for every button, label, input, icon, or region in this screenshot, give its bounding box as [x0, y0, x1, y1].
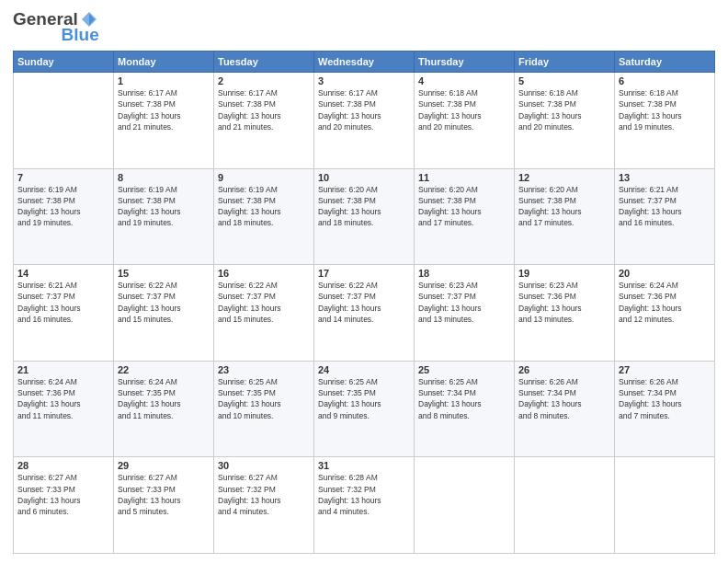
- day-info: Sunrise: 6:23 AMSunset: 7:37 PMDaylight:…: [418, 280, 510, 325]
- calendar-cell: 17Sunrise: 6:22 AMSunset: 7:37 PMDayligh…: [314, 265, 415, 362]
- day-info: Sunrise: 6:23 AMSunset: 7:36 PMDaylight:…: [518, 280, 610, 325]
- day-number: 25: [418, 364, 510, 375]
- day-number: 17: [318, 268, 410, 279]
- calendar-cell: 13Sunrise: 6:21 AMSunset: 7:37 PMDayligh…: [615, 168, 715, 265]
- day-info: Sunrise: 6:17 AMSunset: 7:38 PMDaylight:…: [318, 87, 410, 132]
- day-number: 28: [17, 460, 109, 471]
- day-number: 18: [418, 268, 510, 279]
- day-info: Sunrise: 6:21 AMSunset: 7:37 PMDaylight:…: [619, 184, 711, 229]
- day-number: 11: [418, 172, 510, 183]
- day-info: Sunrise: 6:18 AMSunset: 7:38 PMDaylight:…: [619, 87, 711, 132]
- day-number: 27: [619, 364, 711, 375]
- page: General Blue SundayMondayTuesdayWednesda…: [0, 0, 728, 563]
- day-info: Sunrise: 6:25 AMSunset: 7:34 PMDaylight:…: [418, 376, 510, 421]
- calendar-cell: 10Sunrise: 6:20 AMSunset: 7:38 PMDayligh…: [314, 168, 415, 265]
- day-info: Sunrise: 6:18 AMSunset: 7:38 PMDaylight:…: [418, 87, 510, 132]
- day-number: 31: [318, 460, 410, 471]
- day-number: 6: [619, 75, 711, 86]
- day-info: Sunrise: 6:28 AMSunset: 7:32 PMDaylight:…: [318, 472, 410, 517]
- calendar-cell: 22Sunrise: 6:24 AMSunset: 7:35 PMDayligh…: [114, 361, 214, 457]
- calendar-cell: [515, 457, 615, 554]
- calendar-cell: 19Sunrise: 6:23 AMSunset: 7:36 PMDayligh…: [515, 265, 615, 362]
- calendar-cell: 6Sunrise: 6:18 AMSunset: 7:38 PMDaylight…: [615, 72, 715, 168]
- calendar-cell: 7Sunrise: 6:19 AMSunset: 7:38 PMDaylight…: [14, 168, 114, 265]
- calendar-cell: 14Sunrise: 6:21 AMSunset: 7:37 PMDayligh…: [14, 265, 114, 362]
- day-of-week-header: Sunday: [14, 51, 114, 72]
- day-number: 21: [17, 364, 109, 375]
- calendar-cell: 31Sunrise: 6:28 AMSunset: 7:32 PMDayligh…: [314, 457, 415, 554]
- day-number: 16: [218, 268, 310, 279]
- day-info: Sunrise: 6:17 AMSunset: 7:38 PMDaylight:…: [218, 87, 310, 132]
- day-number: 5: [518, 75, 610, 86]
- calendar-cell: 11Sunrise: 6:20 AMSunset: 7:38 PMDayligh…: [415, 168, 515, 265]
- day-number: 13: [619, 172, 711, 183]
- day-number: 4: [418, 75, 510, 86]
- calendar-table: SundayMondayTuesdayWednesdayThursdayFrid…: [13, 51, 715, 554]
- calendar-cell: 21Sunrise: 6:24 AMSunset: 7:36 PMDayligh…: [14, 361, 114, 457]
- day-info: Sunrise: 6:20 AMSunset: 7:38 PMDaylight:…: [418, 184, 510, 229]
- calendar-cell: 3Sunrise: 6:17 AMSunset: 7:38 PMDaylight…: [314, 72, 415, 168]
- calendar-cell: 15Sunrise: 6:22 AMSunset: 7:37 PMDayligh…: [114, 265, 214, 362]
- calendar-cell: 1Sunrise: 6:17 AMSunset: 7:38 PMDaylight…: [114, 72, 214, 168]
- day-info: Sunrise: 6:19 AMSunset: 7:38 PMDaylight:…: [118, 184, 210, 229]
- calendar-cell: 25Sunrise: 6:25 AMSunset: 7:34 PMDayligh…: [415, 361, 515, 457]
- day-info: Sunrise: 6:26 AMSunset: 7:34 PMDaylight:…: [518, 376, 610, 421]
- day-number: 19: [518, 268, 610, 279]
- day-number: 15: [118, 268, 210, 279]
- day-info: Sunrise: 6:20 AMSunset: 7:38 PMDaylight:…: [518, 184, 610, 229]
- calendar-cell: 20Sunrise: 6:24 AMSunset: 7:36 PMDayligh…: [615, 265, 715, 362]
- day-info: Sunrise: 6:18 AMSunset: 7:38 PMDaylight:…: [518, 87, 610, 132]
- day-info: Sunrise: 6:24 AMSunset: 7:36 PMDaylight:…: [619, 280, 711, 325]
- calendar-cell: 26Sunrise: 6:26 AMSunset: 7:34 PMDayligh…: [515, 361, 615, 457]
- calendar-cell: 8Sunrise: 6:19 AMSunset: 7:38 PMDaylight…: [114, 168, 214, 265]
- day-info: Sunrise: 6:22 AMSunset: 7:37 PMDaylight:…: [218, 280, 310, 325]
- calendar-week-row: 21Sunrise: 6:24 AMSunset: 7:36 PMDayligh…: [14, 361, 715, 457]
- day-info: Sunrise: 6:17 AMSunset: 7:38 PMDaylight:…: [118, 87, 210, 132]
- day-number: 2: [218, 75, 310, 86]
- day-info: Sunrise: 6:27 AMSunset: 7:33 PMDaylight:…: [17, 472, 109, 517]
- calendar-cell: 12Sunrise: 6:20 AMSunset: 7:38 PMDayligh…: [515, 168, 615, 265]
- day-number: 9: [218, 172, 310, 183]
- calendar-cell: 16Sunrise: 6:22 AMSunset: 7:37 PMDayligh…: [214, 265, 314, 362]
- header: General Blue: [13, 9, 715, 45]
- day-info: Sunrise: 6:19 AMSunset: 7:38 PMDaylight:…: [218, 184, 310, 229]
- day-info: Sunrise: 6:19 AMSunset: 7:38 PMDaylight:…: [17, 184, 109, 229]
- day-info: Sunrise: 6:22 AMSunset: 7:37 PMDaylight:…: [318, 280, 410, 325]
- day-info: Sunrise: 6:26 AMSunset: 7:34 PMDaylight:…: [619, 376, 711, 421]
- calendar-cell: 30Sunrise: 6:27 AMSunset: 7:32 PMDayligh…: [214, 457, 314, 554]
- day-number: 23: [218, 364, 310, 375]
- calendar-cell: 27Sunrise: 6:26 AMSunset: 7:34 PMDayligh…: [615, 361, 715, 457]
- day-info: Sunrise: 6:27 AMSunset: 7:32 PMDaylight:…: [218, 472, 310, 517]
- day-number: 30: [218, 460, 310, 471]
- calendar-cell: 5Sunrise: 6:18 AMSunset: 7:38 PMDaylight…: [515, 72, 615, 168]
- calendar-cell: [415, 457, 515, 554]
- day-info: Sunrise: 6:24 AMSunset: 7:35 PMDaylight:…: [118, 376, 210, 421]
- day-info: Sunrise: 6:22 AMSunset: 7:37 PMDaylight:…: [118, 280, 210, 325]
- calendar-week-row: 28Sunrise: 6:27 AMSunset: 7:33 PMDayligh…: [14, 457, 715, 554]
- logo: General Blue: [13, 9, 99, 45]
- calendar-cell: 4Sunrise: 6:18 AMSunset: 7:38 PMDaylight…: [415, 72, 515, 168]
- day-number: 24: [318, 364, 410, 375]
- calendar-cell: [14, 72, 114, 168]
- calendar-cell: 2Sunrise: 6:17 AMSunset: 7:38 PMDaylight…: [214, 72, 314, 168]
- day-number: 10: [318, 172, 410, 183]
- day-number: 8: [118, 172, 210, 183]
- day-info: Sunrise: 6:21 AMSunset: 7:37 PMDaylight:…: [17, 280, 109, 325]
- calendar-cell: [615, 457, 715, 554]
- day-info: Sunrise: 6:20 AMSunset: 7:38 PMDaylight:…: [318, 184, 410, 229]
- day-of-week-header: Wednesday: [314, 51, 415, 72]
- calendar-cell: 29Sunrise: 6:27 AMSunset: 7:33 PMDayligh…: [114, 457, 214, 554]
- logo-blue-text: Blue: [62, 26, 99, 45]
- calendar-cell: 23Sunrise: 6:25 AMSunset: 7:35 PMDayligh…: [214, 361, 314, 457]
- day-of-week-header: Tuesday: [214, 51, 314, 72]
- calendar-header-row: SundayMondayTuesdayWednesdayThursdayFrid…: [14, 51, 715, 72]
- calendar-week-row: 7Sunrise: 6:19 AMSunset: 7:38 PMDaylight…: [14, 168, 715, 265]
- day-number: 7: [17, 172, 109, 183]
- calendar-cell: 28Sunrise: 6:27 AMSunset: 7:33 PMDayligh…: [14, 457, 114, 554]
- calendar-cell: 24Sunrise: 6:25 AMSunset: 7:35 PMDayligh…: [314, 361, 415, 457]
- calendar-week-row: 1Sunrise: 6:17 AMSunset: 7:38 PMDaylight…: [14, 72, 715, 168]
- day-number: 3: [318, 75, 410, 86]
- day-info: Sunrise: 6:24 AMSunset: 7:36 PMDaylight:…: [17, 376, 109, 421]
- day-info: Sunrise: 6:27 AMSunset: 7:33 PMDaylight:…: [118, 472, 210, 517]
- day-number: 29: [118, 460, 210, 471]
